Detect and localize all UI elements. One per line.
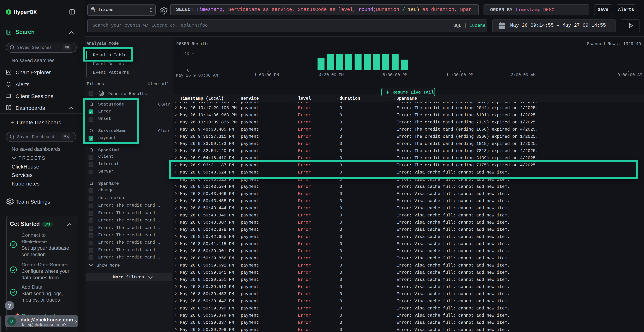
svg-text:?: ? (8, 302, 11, 309)
